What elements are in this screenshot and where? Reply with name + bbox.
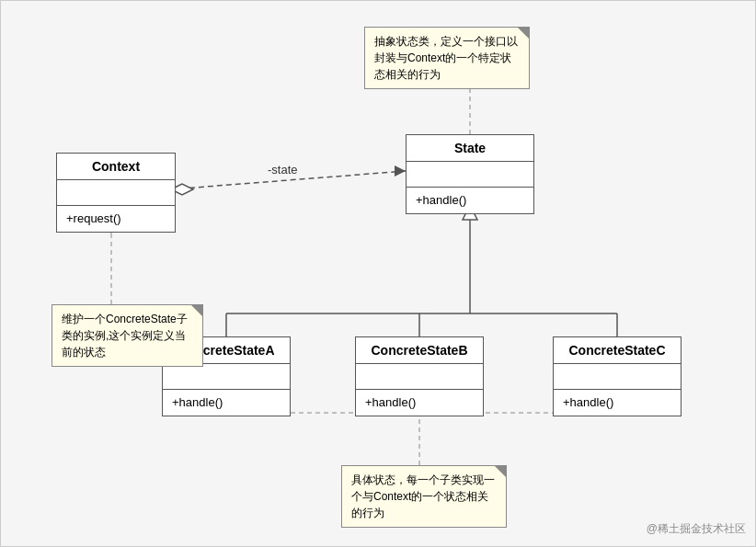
state-class-section2: +handle() [407, 188, 533, 213]
concretestate-b-section2: +handle() [356, 390, 483, 416]
concretestate-b-class: ConcreteStateB +handle() [355, 336, 484, 416]
state-note: 抽象状态类，定义一个接口以封装与Context的一个特定状态相关的行为 [364, 27, 530, 89]
concretestate-c-class: ConcreteStateC +handle() [553, 336, 682, 416]
concretestate-c-section1 [554, 364, 681, 390]
concretestate-a-section1 [163, 364, 290, 390]
concretestate-c-header: ConcreteStateC [554, 337, 681, 364]
context-class-section2: +request() [57, 206, 175, 232]
concretestate-a-section2: +handle() [163, 390, 290, 416]
concretestate-c-section2: +handle() [554, 390, 681, 416]
concrete-note: 具体状态，每一个子类实现一个与Context的一个状态相关的行为 [341, 465, 507, 528]
svg-line-0 [171, 171, 406, 189]
context-note: 维护一个ConcreteState子类的实例,这个实例定义当前的状态 [52, 304, 203, 367]
concretestate-b-section1 [356, 364, 483, 390]
context-class-header: Context [57, 154, 175, 180]
state-class-header: State [407, 135, 533, 162]
state-class: State +handle() [406, 134, 534, 214]
svg-marker-1 [395, 165, 406, 177]
context-class-section1 [57, 180, 175, 206]
context-class: Context +request() [56, 153, 176, 233]
state-class-section1 [407, 162, 533, 188]
concretestate-b-header: ConcreteStateB [356, 337, 483, 364]
svg-text:-state: -state [268, 163, 298, 177]
diagram-container: -state Context +request() State +handl [0, 0, 756, 547]
watermark: @稀土掘金技术社区 [647, 521, 746, 537]
